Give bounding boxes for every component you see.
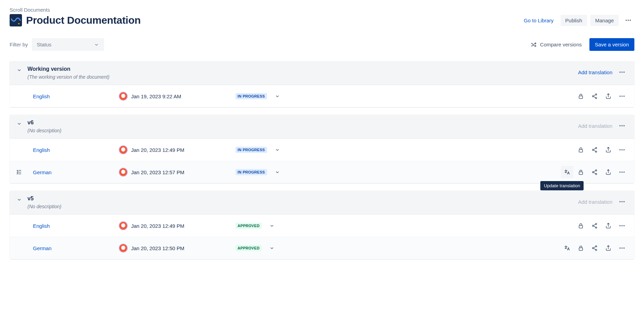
export-button[interactable] [602, 242, 614, 254]
share-icon [591, 169, 598, 175]
svg-point-0 [18, 23, 20, 24]
svg-point-12 [621, 96, 622, 97]
export-icon [605, 147, 611, 153]
svg-point-40 [623, 225, 624, 226]
version-more-button[interactable] [616, 120, 628, 132]
save-version-button[interactable]: Save a version [589, 38, 634, 51]
collapse-toggle[interactable] [16, 67, 23, 74]
manage-button[interactable]: Manage [590, 15, 619, 26]
row-actions [561, 242, 628, 254]
share-button[interactable] [588, 166, 601, 178]
version-card: v5(No description)Add translationEnglish… [10, 191, 634, 259]
compare-versions-button[interactable]: Compare versions [530, 42, 582, 48]
modified-date: Jan 20, 2023 12:49 PM [131, 147, 184, 153]
status-dropdown[interactable] [268, 245, 275, 252]
svg-point-39 [621, 225, 622, 226]
svg-rect-41 [579, 248, 583, 250]
row-more-button[interactable] [616, 166, 628, 178]
chevron-down-icon [16, 67, 22, 73]
svg-rect-7 [579, 96, 583, 99]
lock-button[interactable] [575, 144, 587, 156]
language-link[interactable]: English [33, 147, 119, 153]
lock-icon [578, 147, 584, 153]
svg-point-35 [596, 223, 597, 225]
add-translation-button[interactable]: Add translation [578, 69, 612, 75]
svg-rect-24 [579, 172, 583, 175]
svg-point-22 [621, 149, 622, 150]
row-more-button[interactable] [616, 242, 628, 254]
language-link[interactable]: English [33, 223, 119, 229]
svg-point-11 [620, 96, 621, 97]
row-more-button[interactable] [616, 144, 628, 156]
version-card: Working version(The working version of t… [10, 61, 634, 107]
collapse-toggle[interactable] [16, 196, 23, 203]
svg-point-3 [630, 20, 631, 21]
export-button[interactable] [602, 144, 614, 156]
svg-point-36 [593, 225, 594, 226]
version-card: v6(No description)Add translationEnglish… [10, 115, 634, 183]
chevron-down-icon [16, 121, 22, 126]
version-more-button[interactable] [616, 66, 628, 78]
app-icon [10, 14, 22, 26]
lock-icon [578, 169, 584, 175]
language-link[interactable]: German [33, 245, 119, 251]
page-tree-icon[interactable] [16, 169, 22, 175]
version-description: (No description) [27, 128, 61, 133]
lock-button[interactable] [575, 220, 587, 232]
lock-button[interactable] [575, 166, 587, 178]
update-translation-icon [564, 169, 570, 175]
version-title: Working version [27, 66, 110, 72]
publish-button[interactable]: Publish [561, 15, 587, 26]
version-title: v5 [27, 196, 61, 202]
export-icon [605, 245, 611, 251]
language-link[interactable]: English [33, 93, 119, 99]
collapse-toggle[interactable] [16, 120, 23, 127]
export-button[interactable] [602, 90, 614, 102]
row-more-icon [619, 146, 625, 153]
language-row: EnglishJan 20, 2023 12:49 PMIN PROGRESS [10, 138, 634, 161]
status-dropdown[interactable] [274, 93, 281, 100]
svg-point-44 [596, 249, 597, 250]
version-more-button[interactable] [616, 196, 628, 208]
more-actions-button[interactable] [622, 14, 634, 26]
status-dropdown[interactable] [268, 222, 275, 229]
status-dropdown[interactable] [274, 169, 281, 176]
share-button[interactable] [588, 90, 601, 102]
status-filter-select[interactable]: Status [32, 38, 104, 51]
svg-point-19 [593, 149, 594, 150]
svg-point-45 [620, 247, 621, 248]
lock-icon [578, 93, 584, 99]
language-link[interactable]: German [33, 169, 119, 175]
update-translation-button[interactable]: Update translation [561, 166, 573, 178]
update-translation-icon [564, 245, 570, 251]
svg-point-5 [621, 71, 622, 72]
share-button[interactable] [588, 242, 601, 254]
export-button[interactable] [602, 220, 614, 232]
avatar [119, 168, 128, 177]
share-button[interactable] [588, 144, 601, 156]
breadcrumb[interactable]: Scroll Documents [10, 7, 634, 13]
lock-button[interactable] [575, 242, 587, 254]
lock-button[interactable] [575, 90, 587, 102]
svg-rect-17 [579, 149, 583, 152]
row-more-icon [619, 245, 625, 252]
header: Product Documentation Go to Library Publ… [10, 14, 634, 26]
update-translation-button[interactable] [561, 242, 573, 254]
share-button[interactable] [588, 220, 601, 232]
chevron-down-icon [94, 42, 99, 47]
add-translation-button: Add translation [578, 199, 612, 205]
row-more-button[interactable] [616, 90, 628, 102]
svg-point-4 [620, 71, 621, 72]
svg-rect-34 [579, 225, 583, 228]
status-dropdown[interactable] [274, 146, 281, 153]
row-actions [575, 220, 628, 232]
modified-date: Jan 20, 2023 12:49 PM [131, 223, 184, 229]
export-button[interactable] [602, 166, 614, 178]
row-more-button[interactable] [616, 220, 628, 232]
modified-date: Jan 20, 2023 12:50 PM [131, 245, 184, 251]
svg-point-33 [623, 201, 624, 202]
version-header: v6(No description)Add translation [10, 115, 634, 138]
svg-point-47 [623, 247, 624, 248]
version-header: v5(No description)Add translation [10, 191, 634, 214]
go-to-library-button[interactable]: Go to Library [520, 15, 557, 26]
